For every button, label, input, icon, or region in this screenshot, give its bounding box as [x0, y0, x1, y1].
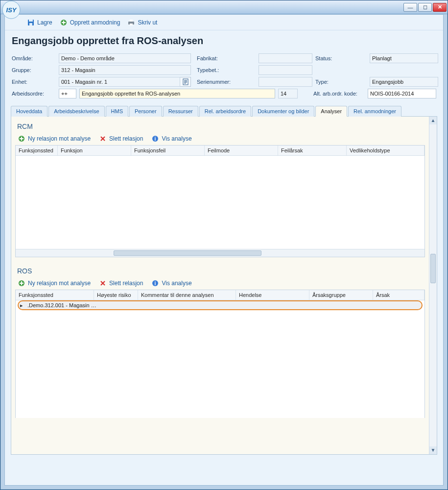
status-label: Status: [315, 54, 367, 62]
form-area: Område: Demo - Demo område Fabrikat: Sta… [5, 53, 443, 98]
omrade-field[interactable]: Demo - Demo område [59, 53, 191, 63]
svg-rect-4 [29, 23, 32, 25]
svg-rect-8 [130, 24, 133, 25]
ros-delete-relation-label: Slett relasjon [109, 280, 143, 287]
delete-icon [99, 135, 106, 142]
rcm-col-feilmode[interactable]: Feilmode [205, 146, 278, 155]
print-label: Skriv ut [138, 19, 157, 26]
tabstrip: Hoveddata Arbeidsbeskrivelse HMS Persone… [11, 105, 437, 117]
rcm-panel: RCM Ny relasjon mot analyse Slett relasj… [15, 121, 433, 257]
ros-cell-funksjonssted: .Demo.312.001 - Magasin … [24, 302, 97, 308]
save-icon [27, 19, 34, 26]
info-icon: i [152, 135, 159, 142]
ros-delete-relation-button[interactable]: Slett relasjon [99, 280, 143, 287]
arbeidsordre-code[interactable]: ++ [59, 89, 76, 98]
tab-dokumenter[interactable]: Dokumenter og bilder [252, 106, 314, 117]
scroll-thumb[interactable] [430, 254, 436, 283]
minimize-button[interactable]: — [403, 3, 417, 12]
maximize-button[interactable]: ◻ [418, 3, 432, 12]
titlebar[interactable]: ISY — ◻ ✕ [0, 0, 448, 14]
delete-icon [99, 280, 106, 287]
svg-rect-3 [29, 20, 33, 22]
rcm-delete-relation-label: Slett relasjon [109, 135, 143, 142]
ros-col-hendelse[interactable]: Hendelse [236, 290, 309, 300]
scroll-up-icon[interactable]: ▲ [429, 117, 437, 124]
rcm-col-funksjonsfeil[interactable]: Funksjonsfeil [131, 146, 205, 155]
rcm-grid-body[interactable] [16, 156, 424, 249]
tab-analyser[interactable]: Analyser [315, 106, 347, 117]
rcm-horizontal-scrollbar[interactable] [16, 249, 424, 257]
row-expander-icon[interactable]: ▸ [19, 302, 24, 309]
application-window: ISY — ◻ ✕ Lagre Opprett anmodning [0, 0, 448, 490]
app-toolbar: Lagre Opprett anmodning Skriv ut [5, 15, 443, 30]
enhet-label: Enhet: [12, 78, 56, 86]
ros-show-analysis-button[interactable]: i Vis analyse [152, 280, 191, 287]
tab-personer[interactable]: Personer [129, 106, 162, 117]
save-label: Lagre [37, 19, 52, 26]
ros-table-row[interactable]: ▸ .Demo.312.001 - Magasin … [18, 300, 423, 310]
rcm-delete-relation-button[interactable]: Slett relasjon [99, 135, 143, 142]
tab-body-analyser: ▲ ▼ RCM Ny relasjon mot analyse Slett re… [11, 117, 437, 455]
enhet-field[interactable]: 001 - Magasin nr. 1 [59, 77, 180, 87]
rcm-title: RCM [15, 121, 433, 132]
type-field[interactable]: Engangsjobb [370, 77, 438, 87]
rcm-show-analysis-button[interactable]: i Vis analyse [152, 135, 191, 142]
ros-grid-body[interactable]: ▸ .Demo.312.001 - Magasin … [16, 300, 424, 418]
vertical-scrollbar[interactable]: ▲ ▼ [429, 117, 437, 454]
ros-panel: ROS Ny relasjon mot analyse Slett relasj… [15, 265, 433, 418]
typebet-label: Typebet.: [197, 66, 256, 74]
plus-icon [18, 280, 25, 287]
close-button[interactable]: ✕ [433, 3, 447, 12]
tab-arbeidsbeskrivelse[interactable]: Arbeidsbeskrivelse [48, 106, 104, 117]
rcm-col-vedlikehold[interactable]: Vedlikeholdstype [347, 146, 424, 155]
altkode-field[interactable]: NOIS-00166-2014 [368, 89, 436, 98]
ros-col-arsak[interactable]: Årsak [373, 290, 424, 300]
page-title: Engangsjobb opprettet fra ROS-analysen [5, 30, 443, 53]
ros-new-relation-label: Ny relasjon mot analyse [28, 280, 91, 287]
ros-show-analysis-label: Vis analyse [162, 280, 191, 287]
plus-icon [60, 19, 67, 26]
fabrikat-label: Fabrikat: [197, 54, 256, 62]
plus-icon [18, 135, 25, 142]
ros-grid[interactable]: Funksjonssted Høyeste risiko Kommentar t… [15, 290, 425, 418]
svg-rect-7 [130, 20, 133, 22]
rcm-col-funksjon[interactable]: Funksjon [58, 146, 131, 155]
tab-rel-arbeidsordre[interactable]: Rel. arbeidsordre [199, 106, 251, 117]
info-icon: i [152, 280, 159, 287]
tab-hoveddata[interactable]: Hoveddata [11, 106, 47, 117]
tab-rel-anmodninger[interactable]: Rel. anmodninger [348, 106, 401, 117]
rcm-new-relation-label: Ny relasjon mot analyse [28, 135, 91, 142]
rcm-col-funksjonssted[interactable]: Funksjonssted [16, 146, 58, 155]
ros-new-relation-button[interactable]: Ny relasjon mot analyse [18, 280, 91, 287]
serienummer-field[interactable] [259, 77, 312, 87]
app-logo-icon: ISY [1, 0, 21, 20]
tab-hms[interactable]: HMS [106, 106, 128, 117]
ros-col-kommentar[interactable]: Kommentar til denne analysen [138, 290, 236, 300]
create-request-button[interactable]: Opprett anmodning [60, 19, 120, 26]
svg-text:ISY: ISY [6, 6, 17, 14]
gruppe-label: Gruppe: [12, 66, 56, 74]
svg-text:i: i [155, 136, 156, 142]
svg-text:i: i [155, 281, 156, 286]
save-button[interactable]: Lagre [27, 19, 52, 26]
ros-col-arsaksgruppe[interactable]: Årsaksgruppe [309, 290, 373, 300]
enhet-lookup-button[interactable] [180, 77, 191, 87]
create-request-label: Opprett anmodning [70, 19, 120, 26]
fabrikat-field[interactable] [259, 53, 312, 63]
rcm-show-analysis-label: Vis analyse [162, 135, 191, 142]
print-icon [128, 19, 135, 26]
serienummer-label: Serienummer: [197, 78, 256, 86]
status-field[interactable]: Planlagt [370, 53, 438, 63]
arbeidsordre-num[interactable]: 14 [278, 89, 298, 98]
scroll-down-icon[interactable]: ▼ [429, 446, 437, 454]
rcm-grid[interactable]: Funksjonssted Funksjon Funksjonsfeil Fei… [15, 145, 425, 257]
ros-col-risiko[interactable]: Høyeste risiko [94, 290, 138, 300]
rcm-col-feilarsak[interactable]: Feilårsak [278, 146, 347, 155]
arbeidsordre-text[interactable]: Engangsjobb opprettet fra ROS-analysen [79, 89, 275, 98]
tab-ressurser[interactable]: Ressurser [163, 106, 198, 117]
print-button[interactable]: Skriv ut [128, 19, 157, 26]
typebet-field[interactable] [259, 65, 312, 75]
ros-col-funksjonssted[interactable]: Funksjonssted [16, 290, 94, 300]
gruppe-field[interactable]: 312 - Magasin [59, 65, 191, 75]
rcm-new-relation-button[interactable]: Ny relasjon mot analyse [18, 135, 91, 142]
